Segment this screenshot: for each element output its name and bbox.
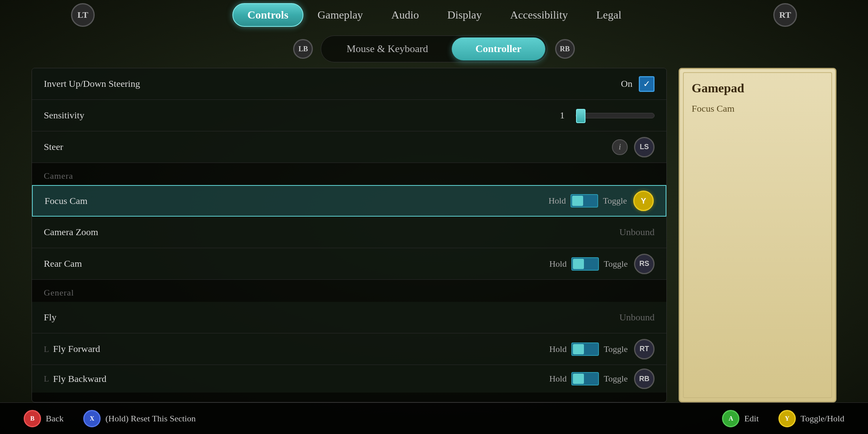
steer-label: Steer (44, 142, 612, 152)
slider-handle (576, 109, 586, 123)
rear-cam-toggle: Hold Toggle (549, 257, 628, 271)
y-button[interactable]: Y (778, 410, 796, 427)
fly-backward-label: Fly Backward (53, 374, 549, 384)
toggle-hold-action[interactable]: Y Toggle/Hold (778, 410, 844, 427)
tab-gameplay[interactable]: Gameplay (303, 4, 377, 26)
tab-display[interactable]: Display (433, 4, 496, 26)
back-label: Back (46, 413, 64, 424)
reset-label: (Hold) Reset This Section (105, 413, 196, 424)
top-nav: LT Controls Gameplay Audio Display Acces… (0, 0, 868, 30)
tab-controls[interactable]: Controls (232, 3, 303, 27)
sub-tab-controller[interactable]: Controller (452, 37, 545, 60)
invert-steering-label: Invert Up/Down Steering (44, 79, 621, 89)
rb-badge: RB (634, 369, 655, 389)
fly-bwd-knob (573, 374, 584, 384)
toggle-label-rear: Toggle (604, 259, 628, 269)
fly-forward-toggle: Hold Toggle (549, 342, 628, 356)
toggle-hold-label: Toggle/Hold (801, 413, 844, 424)
indent-marker-2: L (44, 374, 49, 384)
section-general: General (32, 280, 666, 302)
focus-toggle-switch[interactable] (571, 194, 598, 208)
setting-sensitivity[interactable]: Sensitivity 1 (32, 100, 666, 131)
focus-cam-toggle: Hold Toggle (548, 194, 627, 208)
tab-accessibility[interactable]: Accessibility (496, 4, 582, 26)
fly-label: Fly (44, 312, 619, 323)
content-area: Invert Up/Down Steering On ✓ Sensitivity… (0, 68, 868, 402)
a-button[interactable]: A (722, 410, 739, 427)
left-actions: B Back X (Hold) Reset This Section (24, 410, 196, 427)
fly-backward-toggle: Hold Toggle (549, 372, 628, 385)
fly-forward-value: Hold Toggle RT (549, 339, 655, 359)
setting-rear-cam[interactable]: Rear Cam Hold Toggle RS (32, 248, 666, 280)
steer-value: i LS (612, 137, 655, 157)
back-action[interactable]: B Back (24, 410, 64, 427)
settings-scroll[interactable]: Invert Up/Down Steering On ✓ Sensitivity… (32, 68, 666, 402)
fly-fwd-toggle-switch[interactable] (571, 342, 599, 356)
nav-tabs: Controls Gameplay Audio Display Accessib… (232, 3, 636, 27)
info-panel-description: Focus Cam (692, 103, 823, 114)
settings-panel: Invert Up/Down Steering On ✓ Sensitivity… (32, 68, 667, 402)
setting-steer[interactable]: Steer i LS (32, 131, 666, 163)
fly-unbound: Unbound (619, 312, 655, 323)
rb-button[interactable]: RB (555, 39, 575, 59)
rear-toggle-knob (573, 259, 584, 269)
rt-badge: RT (634, 339, 655, 359)
toggle-label-focus: Toggle (603, 196, 627, 206)
focus-cam-value: Hold Toggle Y (548, 191, 654, 211)
tab-audio[interactable]: Audio (377, 4, 433, 26)
sensitivity-value: 1 (560, 110, 655, 121)
lb-button[interactable]: LB (293, 39, 313, 59)
fly-fwd-knob (573, 344, 584, 354)
reset-action[interactable]: X (Hold) Reset This Section (83, 410, 196, 427)
camera-zoom-label: Camera Zoom (44, 227, 619, 238)
rs-badge: RS (634, 254, 655, 274)
fly-bwd-toggle-switch[interactable] (571, 372, 599, 385)
indent-marker-1: L (44, 344, 49, 354)
toggle-knob (572, 196, 583, 206)
setting-fly-forward[interactable]: L Fly Forward Hold Toggle RT (32, 333, 666, 365)
tab-legal[interactable]: Legal (582, 4, 636, 26)
camera-zoom-unbound: Unbound (619, 227, 655, 238)
info-panel: Gamepad Focus Cam (679, 68, 836, 402)
b-button[interactable]: B (24, 410, 41, 427)
setting-invert-steering[interactable]: Invert Up/Down Steering On ✓ (32, 68, 666, 100)
on-text: On (621, 79, 632, 89)
edit-action[interactable]: A Edit (722, 410, 759, 427)
sensitivity-label: Sensitivity (44, 110, 560, 121)
hold-label-rear: Hold (549, 259, 567, 269)
setting-camera-zoom[interactable]: Camera Zoom Unbound (32, 217, 666, 248)
lt-button[interactable]: LT (71, 3, 95, 27)
sensitivity-slider[interactable] (576, 113, 655, 118)
invert-steering-value: On ✓ (621, 76, 655, 92)
edit-label: Edit (744, 413, 759, 424)
section-camera: Camera (32, 163, 666, 185)
bottom-bar: B Back X (Hold) Reset This Section A Edi… (0, 402, 868, 434)
sub-tabs-bar: LB Mouse & Keyboard Controller RB (0, 30, 868, 68)
rt-button[interactable]: RT (773, 3, 797, 27)
setting-focus-cam[interactable]: Focus Cam Hold Toggle Y (32, 185, 666, 217)
rear-cam-value: Hold Toggle RS (549, 254, 655, 274)
setting-fly[interactable]: Fly Unbound (32, 302, 666, 333)
info-panel-title: Gamepad (692, 81, 823, 95)
fly-backward-value: Hold Toggle RB (549, 369, 655, 389)
sub-tab-mouse-keyboard[interactable]: Mouse & Keyboard (323, 37, 452, 60)
y-badge: Y (633, 191, 654, 211)
rear-toggle-switch[interactable] (571, 257, 599, 271)
camera-zoom-value: Unbound (619, 227, 655, 238)
x-button[interactable]: X (83, 410, 101, 427)
on-checkbox[interactable]: ✓ (639, 76, 655, 92)
setting-fly-backward[interactable]: L Fly Backward Hold Toggle RB (32, 365, 666, 393)
fly-value: Unbound (619, 312, 655, 323)
fly-forward-label: Fly Forward (53, 344, 549, 354)
hold-label-focus: Hold (548, 196, 566, 206)
toggle-label-fly-bwd: Toggle (604, 374, 628, 384)
sensitivity-number: 1 (560, 110, 569, 121)
main-container: LT Controls Gameplay Audio Display Acces… (0, 0, 868, 434)
sub-tabs: Mouse & Keyboard Controller (321, 36, 547, 62)
focus-cam-label: Focus Cam (45, 196, 548, 206)
right-actions: A Edit Y Toggle/Hold (722, 410, 844, 427)
info-icon[interactable]: i (612, 139, 628, 155)
hold-label-fly-bwd: Hold (549, 374, 567, 384)
hold-label-fly-fwd: Hold (549, 344, 567, 354)
ls-badge: LS (634, 137, 655, 157)
